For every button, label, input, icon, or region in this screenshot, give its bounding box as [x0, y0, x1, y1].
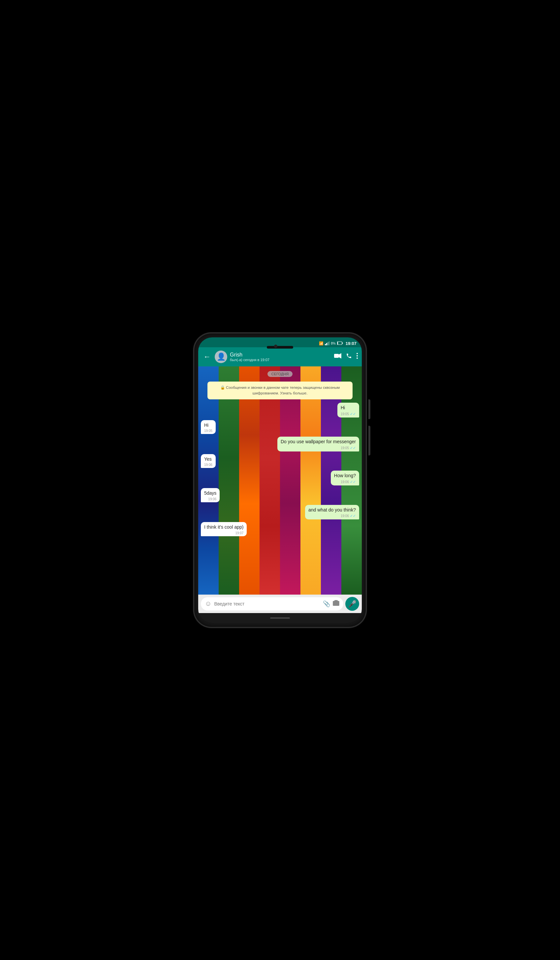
message-bubble: I think it's cool app) 19:07 [201, 522, 247, 536]
svg-rect-1 [326, 343, 327, 345]
message-time: 19:05 [341, 412, 349, 416]
message-meta: 19:06 ✓✓ [308, 514, 356, 518]
message-time: 19:07 [235, 531, 243, 535]
message-meta: 19:05 ✓✓ [341, 412, 356, 416]
svg-rect-0 [325, 344, 326, 345]
message-time: 19:06 [341, 514, 349, 518]
message-text: I think it's cool app) [204, 524, 243, 530]
contact-info: Grish был(-а) сегодня в 19:07 [230, 352, 331, 362]
message-row: I think it's cool app) 19:07 [201, 522, 359, 536]
svg-rect-3 [329, 341, 330, 345]
top-actions [334, 353, 358, 360]
message-ticks: ✓✓ [350, 514, 356, 518]
message-time: 19:06 [208, 497, 216, 501]
home-indicator [270, 618, 290, 619]
power-button[interactable] [368, 399, 370, 419]
message-text: How long? [334, 473, 356, 478]
message-meta: 19:06 [204, 497, 216, 501]
message-bubble: Yes 19:06 [201, 454, 216, 468]
message-meta: 19:05 [204, 429, 213, 433]
chat-content: СЕГОДНЯ 🔒 Сообщения и звонки в данном ча… [198, 366, 362, 544]
wifi-icon: 📶 [319, 341, 323, 346]
input-field-wrap: ☺ 📎 [201, 597, 343, 610]
message-text: and what do you think? [308, 507, 356, 512]
chat-area: СЕГОДНЯ 🔒 Сообщения и звонки в данном ча… [198, 366, 362, 595]
message-time: 19:06 [341, 480, 349, 484]
message-text: 5days [204, 490, 216, 496]
svg-point-10 [357, 355, 358, 357]
camera-button[interactable] [333, 600, 339, 608]
message-row: and what do you think? 19:06 ✓✓ [201, 505, 359, 520]
message-ticks: ✓✓ [350, 446, 356, 450]
message-row: Do you use wallpaper for messenger 19:05… [201, 437, 359, 451]
message-input[interactable] [214, 601, 320, 606]
message-bubble: Hi 19:05 ✓✓ [338, 403, 359, 418]
battery-icon [337, 341, 343, 346]
input-bar: ☺ 📎 🎤 [198, 595, 362, 613]
message-bubble: Do you use wallpaper for messenger 19:05… [277, 437, 359, 451]
back-button[interactable]: ← [202, 351, 212, 362]
status-time: 19:07 [346, 341, 357, 346]
message-row: 5days 19:06 [201, 488, 359, 502]
message-text: Hi [204, 422, 208, 428]
message-text: Do you use wallpaper for messenger [281, 439, 356, 444]
date-badge: СЕГОДНЯ [267, 371, 293, 377]
message-time: 19:06 [204, 463, 213, 467]
status-icons: 📶 8% 19:07 [319, 341, 357, 346]
svg-point-9 [357, 353, 358, 354]
encryption-notice: 🔒 Сообщения и звонки в данном чате тепер… [208, 382, 352, 400]
phone-frame: 📶 8% 19:07 [194, 333, 366, 627]
front-camera [274, 345, 277, 348]
svg-rect-6 [338, 342, 338, 344]
top-bar: ← 👤 Grish был(-а) сегодня в 19:07 [198, 347, 362, 366]
message-ticks: ✓✓ [350, 480, 356, 484]
signal-icon [325, 341, 330, 346]
message-text: Hi [341, 405, 345, 410]
avatar-icon: 👤 [217, 352, 226, 361]
svg-marker-8 [339, 353, 341, 358]
emoji-button[interactable]: ☺ [205, 600, 211, 608]
message-bubble: 5days 19:06 [201, 488, 220, 502]
message-bubble: Hi 19:05 [201, 420, 216, 434]
svg-point-11 [357, 357, 358, 359]
message-row: How long? 19:06 ✓✓ [201, 470, 359, 485]
video-call-button[interactable] [334, 353, 341, 360]
message-row: Hi 19:05 [201, 420, 359, 434]
mic-button[interactable]: 🎤 [345, 597, 359, 611]
message-bubble: and what do you think? 19:06 ✓✓ [305, 505, 359, 520]
more-options-button[interactable] [357, 353, 358, 360]
phone-call-button[interactable] [346, 353, 352, 360]
contact-status: был(-а) сегодня в 19:07 [230, 358, 331, 362]
message-text: Yes [204, 456, 212, 462]
contact-name: Grish [230, 352, 331, 358]
bottom-bar [198, 613, 362, 623]
message-meta: 19:07 [204, 531, 243, 535]
avatar[interactable]: 👤 [215, 350, 227, 363]
message-meta: 19:06 ✓✓ [334, 480, 356, 484]
message-time: 19:05 [204, 429, 213, 433]
mic-icon: 🎤 [348, 600, 357, 608]
phone-screen: 📶 8% 19:07 [198, 338, 362, 623]
svg-rect-2 [328, 342, 328, 345]
message-row: Yes 19:06 [201, 454, 359, 468]
message-ticks: ✓✓ [350, 412, 356, 416]
volume-button[interactable] [368, 426, 370, 456]
speaker-grill [267, 346, 293, 349]
attach-button[interactable]: 📎 [323, 600, 330, 608]
svg-rect-7 [334, 354, 339, 358]
message-bubble: How long? 19:06 ✓✓ [331, 470, 359, 485]
message-row: Hi 19:05 ✓✓ [201, 403, 359, 418]
message-time: 19:05 [341, 446, 349, 450]
battery-pct: 8% [331, 342, 335, 345]
message-meta: 19:05 ✓✓ [281, 446, 356, 450]
svg-rect-5 [342, 342, 342, 344]
message-meta: 19:06 [204, 463, 213, 467]
